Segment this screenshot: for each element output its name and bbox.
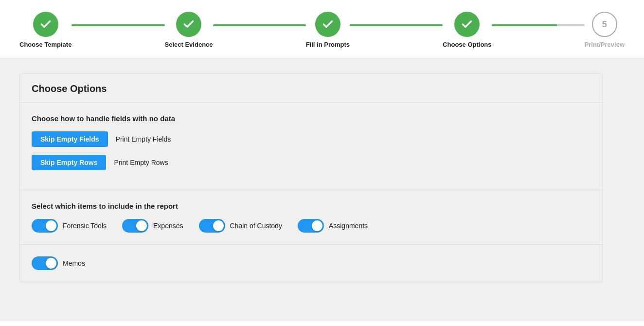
step-line-3 (350, 24, 443, 26)
chain-of-custody-toggle[interactable] (199, 219, 225, 233)
assignments-toggle-item: Assignments (298, 219, 368, 233)
step-circle-3 (315, 12, 340, 37)
memos-track[interactable] (32, 256, 58, 270)
step-circle-5: 5 (592, 12, 617, 37)
chain-of-custody-toggle-item: Chain of Custody (199, 219, 282, 233)
step-line-1 (72, 24, 164, 26)
skip-empty-fields-button[interactable]: Skip Empty Fields (32, 131, 108, 147)
forensic-tools-label: Forensic Tools (63, 222, 107, 230)
chain-of-custody-track[interactable] (199, 219, 225, 233)
toggles-row-2: Memos (32, 256, 591, 270)
forensic-tools-toggle[interactable] (32, 219, 58, 233)
empty-fields-row1: Skip Empty Fields Print Empty Fields (32, 131, 591, 147)
assignments-thumb (312, 220, 322, 231)
expenses-thumb (136, 220, 147, 231)
step-choose-options[interactable]: Choose Options (443, 12, 491, 48)
memos-section: Memos (20, 245, 603, 282)
toggles-row-1: Forensic Tools Expenses (32, 219, 591, 233)
expenses-label: Expenses (153, 222, 183, 230)
expenses-track[interactable] (122, 219, 148, 233)
step-circle-1 (33, 12, 58, 37)
step-line-2 (213, 24, 306, 26)
step-label-4: Choose Options (443, 41, 491, 48)
step-label-1: Choose Template (19, 41, 72, 48)
step-circle-2 (176, 12, 201, 37)
print-empty-rows-button[interactable]: Print Empty Rows (114, 159, 168, 166)
memos-toggle[interactable] (32, 256, 58, 270)
step-label-3: Fill in Prompts (306, 41, 350, 48)
step-label-5: Print/Preview (585, 41, 625, 48)
memos-label: Memos (63, 259, 85, 267)
assignments-label: Assignments (329, 222, 368, 230)
assignments-toggle[interactable] (298, 219, 324, 233)
include-items-section: Select which items to include in the rep… (20, 190, 603, 245)
empty-fields-title: Choose how to handle fields with no data (32, 114, 591, 123)
step-select-evidence[interactable]: Select Evidence (165, 12, 213, 48)
expenses-toggle[interactable] (122, 219, 148, 233)
step-circle-4 (454, 12, 480, 37)
step-line-4 (492, 24, 585, 26)
memos-toggle-item: Memos (32, 256, 85, 270)
chain-of-custody-thumb (213, 220, 224, 231)
forensic-tools-thumb (46, 220, 56, 231)
card-title: Choose Options (20, 73, 603, 103)
step-choose-template[interactable]: Choose Template (19, 12, 72, 48)
forensic-tools-toggle-item: Forensic Tools (32, 219, 107, 233)
skip-empty-rows-button[interactable]: Skip Empty Rows (32, 155, 106, 170)
print-empty-fields-button[interactable]: Print Empty Fields (116, 135, 171, 143)
include-items-title: Select which items to include in the rep… (32, 202, 591, 210)
options-card: Choose Options Choose how to handle fiel… (19, 73, 603, 282)
assignments-track[interactable] (298, 219, 324, 233)
stepper: Choose Template Select Evidence Fill in … (0, 0, 644, 58)
empty-fields-section: Choose how to handle fields with no data… (20, 103, 603, 190)
main-content: Choose Options Choose how to handle fiel… (0, 58, 644, 321)
step-fill-in-prompts[interactable]: Fill in Prompts (306, 12, 350, 48)
memos-thumb (46, 258, 56, 269)
step-print-preview[interactable]: 5 Print/Preview (585, 12, 625, 48)
step-label-2: Select Evidence (165, 41, 213, 48)
chain-of-custody-label: Chain of Custody (230, 222, 282, 230)
forensic-tools-track[interactable] (32, 219, 58, 233)
expenses-toggle-item: Expenses (122, 219, 183, 233)
empty-rows-row2: Skip Empty Rows Print Empty Rows (32, 155, 591, 170)
